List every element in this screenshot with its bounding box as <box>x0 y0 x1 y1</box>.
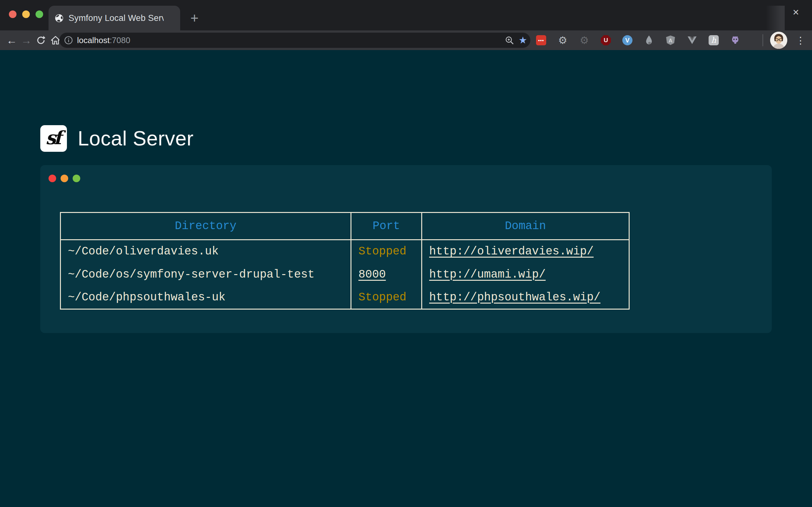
octotree-icon[interactable] <box>730 35 740 45</box>
domain-link[interactable]: http://umami.wip/ <box>429 268 546 281</box>
forward-icon[interactable]: → <box>19 33 34 48</box>
url-text: localhost:7080 <box>77 36 131 45</box>
directory-cell: ~/Code/os/symfony-server-drupal-test <box>61 263 351 286</box>
domain-link[interactable]: http://oliverdavies.wip/ <box>429 245 594 258</box>
tab-title-fade <box>766 6 785 31</box>
globe-icon <box>55 14 63 22</box>
panel-dot-red <box>49 175 56 182</box>
table-header-row: Directory Port Domain <box>61 213 629 240</box>
brand-header: sf Local Server <box>40 125 194 152</box>
header-port: Port <box>351 213 422 240</box>
browser-tab[interactable]: Symfony Local Web Server: Prox <box>49 6 180 31</box>
zoom-icon[interactable] <box>505 36 514 45</box>
site-info-icon[interactable] <box>64 36 72 44</box>
url-port: :7080 <box>110 36 131 45</box>
profile-avatar[interactable] <box>770 32 787 49</box>
header-directory: Directory <box>61 213 351 240</box>
lastpass-icon[interactable]: ••• <box>536 35 546 45</box>
table-row: ~/Code/os/symfony-server-drupal-test 800… <box>61 263 629 286</box>
directory-cell: ~/Code/phpsouthwales-uk <box>61 286 351 309</box>
gear-light-icon[interactable]: ⚙ <box>558 35 568 45</box>
domain-link[interactable]: http://phpsouthwales.wip/ <box>429 291 600 304</box>
new-tab-button[interactable]: + <box>186 6 203 31</box>
tab-close-icon[interactable]: ✕ <box>792 0 799 25</box>
panel-dot-green <box>72 175 80 182</box>
svg-text:A: A <box>669 38 672 44</box>
address-bar[interactable]: localhost:7080 ★ <box>59 33 530 48</box>
drupal-icon[interactable] <box>644 35 654 45</box>
browser-toolbar: ← → localhost:7080 <box>0 31 812 50</box>
tab-strip: Symfony Local Web Server: Prox ✕ + <box>0 0 812 31</box>
header-domain: Domain <box>422 213 629 240</box>
directory-cell: ~/Code/oliverdavies.uk <box>61 240 351 263</box>
window-zoom-light[interactable] <box>36 10 43 18</box>
symfony-logo-glyph: sf <box>46 127 60 149</box>
table-row: ~/Code/phpsouthwales-uk Stopped http://p… <box>61 286 629 309</box>
vimium-icon[interactable]: V <box>622 35 632 45</box>
window-minimize-light[interactable] <box>22 10 30 18</box>
extensions-row: ••• ⚙ ⚙ U V A <box>536 31 740 50</box>
page-title: Local Server <box>78 127 194 150</box>
port-link[interactable]: 8000 <box>358 268 386 281</box>
back-icon[interactable]: ← <box>4 33 19 48</box>
honey-icon[interactable]: h <box>709 35 719 45</box>
angular-icon[interactable]: A <box>665 35 676 45</box>
ublock-origin-icon[interactable]: U <box>601 35 611 45</box>
screen: Symfony Local Web Server: Prox ✕ + ← → <box>0 0 812 507</box>
page-content: sf Local Server Directory Port Domain ~/… <box>0 50 812 507</box>
port-status: Stopped <box>358 245 406 258</box>
url-host: localhost <box>77 36 110 45</box>
servers-table: Directory Port Domain ~/Code/oliverdavie… <box>60 212 629 309</box>
symfony-logo: sf <box>40 125 67 152</box>
tab-title: Symfony Local Web Server: Prox <box>68 13 164 23</box>
vue-icon[interactable] <box>687 35 697 45</box>
toolbar-separator <box>763 34 763 46</box>
window-close-light[interactable] <box>9 10 16 18</box>
reload-icon[interactable] <box>34 33 48 48</box>
table-row: ~/Code/oliverdavies.uk Stopped http://ol… <box>61 240 629 263</box>
bookmark-star-icon[interactable]: ★ <box>519 36 527 45</box>
gear-dim-icon[interactable]: ⚙ <box>579 35 589 45</box>
browser-menu-icon[interactable]: ⋮ <box>793 31 808 50</box>
port-status: Stopped <box>358 291 406 304</box>
panel-dot-orange <box>61 175 68 182</box>
